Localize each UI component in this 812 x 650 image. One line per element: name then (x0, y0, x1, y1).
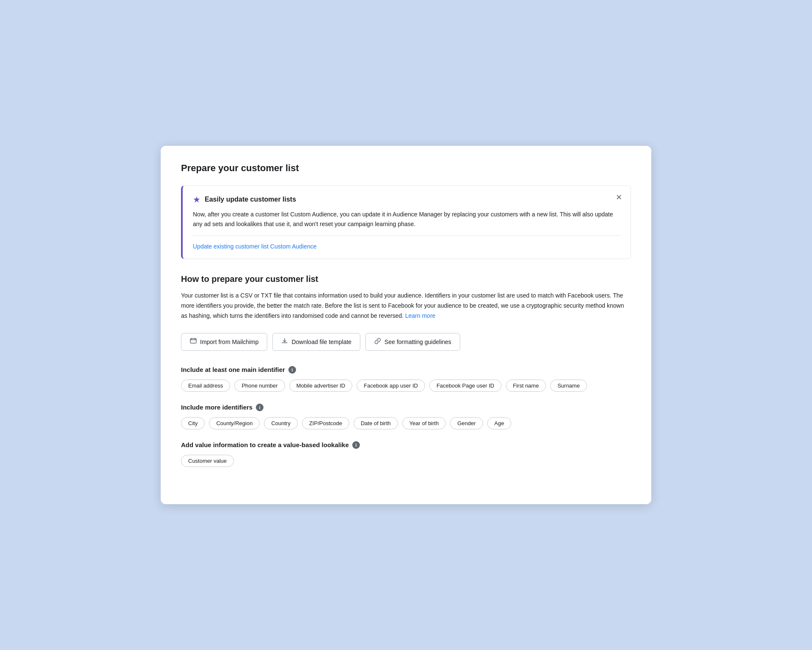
download-icon (281, 338, 288, 346)
svg-rect-2 (195, 338, 195, 339)
main-identifier-tag: Mobile advertiser ID (289, 380, 353, 392)
more-identifier-tag: Country (264, 417, 298, 429)
more-identifier-tag: ZIP/Postcode (302, 417, 349, 429)
main-identifier-tag: Phone number (234, 380, 285, 392)
main-identifiers-label: Include at least one main identifier i (181, 366, 631, 374)
main-identifiers-section: Include at least one main identifier i E… (181, 366, 631, 392)
more-identifier-tag: City (181, 417, 205, 429)
more-identifier-tag: Year of birth (402, 417, 446, 429)
main-identifier-tag: Facebook Page user ID (429, 380, 502, 392)
value-tag: Customer value (181, 455, 234, 467)
import-mailchimp-button[interactable]: Import from Mailchimp (181, 333, 267, 351)
star-icon: ★ (193, 194, 200, 205)
more-identifier-tag: Gender (450, 417, 483, 429)
main-identifier-tag: Email address (181, 380, 230, 392)
value-section-label: Add value information to create a value-… (181, 441, 631, 449)
download-template-label: Download file template (291, 339, 351, 345)
value-section: Add value information to create a value-… (181, 441, 631, 467)
main-identifier-tag: Surname (550, 380, 587, 392)
action-buttons: Import from Mailchimp Download file temp… (181, 333, 631, 351)
more-identifier-tag: Date of birth (354, 417, 398, 429)
more-identifiers-label: Include more identifiers i (181, 404, 631, 411)
banner-title: Easily update customer lists (205, 196, 296, 203)
more-identifiers-tags: CityCounty/RegionCountryZIP/PostcodeDate… (181, 417, 631, 429)
formatting-guidelines-label: See formatting guidelines (384, 339, 451, 345)
main-identifier-tag: Facebook app user ID (357, 380, 425, 392)
more-identifier-tag: Age (487, 417, 511, 429)
update-audience-link[interactable]: Update existing customer list Custom Aud… (193, 243, 317, 250)
import-mailchimp-label: Import from Mailchimp (200, 339, 258, 345)
mailchimp-icon (190, 338, 197, 346)
more-identifiers-section: Include more identifiers i CityCounty/Re… (181, 404, 631, 429)
more-identifiers-info-icon[interactable]: i (256, 404, 263, 411)
main-identifier-tag: First name (506, 380, 546, 392)
info-banner: ★ Easily update customer lists ✕ Now, af… (181, 186, 631, 259)
close-button[interactable]: ✕ (616, 194, 622, 201)
how-to-description: Your customer list is a CSV or TXT file … (181, 291, 631, 321)
page-title: Prepare your customer list (181, 163, 631, 174)
link-icon (374, 338, 381, 346)
svg-rect-0 (190, 339, 196, 343)
main-identifiers-tags: Email addressPhone numberMobile advertis… (181, 380, 631, 392)
main-identifiers-info-icon[interactable]: i (288, 366, 296, 374)
svg-rect-1 (191, 338, 192, 339)
modal-container: Prepare your customer list ★ Easily upda… (161, 146, 651, 504)
value-section-tags: Customer value (181, 455, 631, 467)
banner-header: ★ Easily update customer lists (193, 194, 620, 205)
value-section-info-icon[interactable]: i (352, 441, 360, 449)
banner-divider (193, 235, 620, 236)
download-template-button[interactable]: Download file template (272, 333, 360, 351)
banner-body: Now, after you create a customer list Cu… (193, 210, 620, 229)
formatting-guidelines-button[interactable]: See formatting guidelines (365, 333, 460, 351)
more-identifier-tag: County/Region (209, 417, 260, 429)
how-to-title: How to prepare your customer list (181, 274, 631, 284)
learn-more-link[interactable]: Learn more (405, 312, 436, 319)
